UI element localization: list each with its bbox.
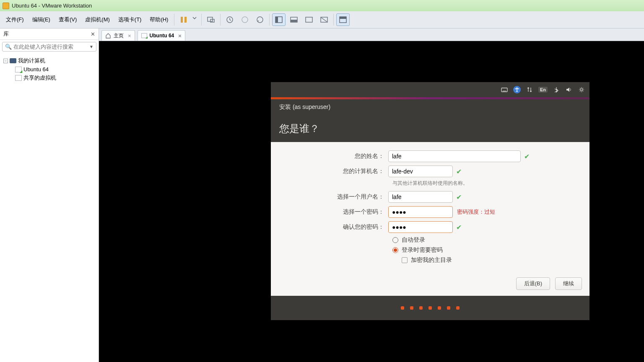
- radio-icon: [392, 237, 398, 243]
- menu-bar: 文件(F) 编辑(E) 查看(V) 虚拟机(M) 选项卡(T) 帮助(H): [0, 11, 644, 28]
- ubuntu-banner: 安装 (as superuser) 您是谁？: [271, 99, 589, 142]
- library-sidebar: 库 ✕ 🔍 ▼ − 我的计算机 Ubuntu 64 共享的虚拟机: [0, 28, 99, 362]
- separator: [333, 14, 334, 26]
- volume-icon[interactable]: [565, 86, 573, 93]
- svg-rect-0: [181, 17, 183, 23]
- tree-vm-item[interactable]: Ubuntu 64: [2, 65, 97, 73]
- tree-root-label: 我的计算机: [18, 57, 45, 65]
- menu-tabs[interactable]: 选项卡(T): [114, 13, 146, 26]
- tab-home-close[interactable]: ×: [128, 33, 131, 39]
- dot-icon: [447, 306, 450, 310]
- tab-home[interactable]: 主页 ×: [101, 30, 135, 41]
- radio-require-password[interactable]: 登录时需要密码: [392, 246, 581, 254]
- installer-title: 您是谁？: [279, 122, 581, 135]
- shared-vm-icon: [15, 75, 22, 81]
- radio-icon: [392, 247, 398, 253]
- snapshot-take-button[interactable]: [223, 13, 236, 26]
- host-hint: 与其他计算机联络时使用的名称。: [392, 180, 581, 187]
- radio-auto-label: 自动登录: [402, 236, 425, 244]
- separator: [174, 14, 174, 26]
- tree-root[interactable]: − 我的计算机: [2, 56, 97, 65]
- sidebar-header: 库 ✕: [0, 28, 99, 40]
- computer-icon: [10, 58, 16, 63]
- tree-vm-label: Ubuntu 64: [23, 66, 49, 72]
- keyboard-icon[interactable]: [501, 86, 508, 93]
- search-dropdown-icon[interactable]: ▼: [89, 44, 93, 49]
- tab-bar: 主页 × Ubuntu 64 ×: [99, 28, 644, 41]
- checkbox-icon: [402, 257, 408, 263]
- password-confirm-input[interactable]: [388, 221, 453, 233]
- tab-vm-label: Ubuntu 64: [150, 33, 174, 39]
- svg-point-19: [581, 89, 583, 91]
- search-input[interactable]: [13, 44, 89, 50]
- view-unity-button[interactable]: [317, 13, 331, 26]
- check-icon: ✔: [456, 168, 462, 176]
- dot-icon: [401, 306, 404, 310]
- app-icon: [3, 3, 9, 9]
- radio-req-label: 登录时需要密码: [402, 246, 443, 254]
- vm-icon: [15, 67, 22, 72]
- continue-button[interactable]: 继续: [555, 277, 582, 290]
- menu-edit[interactable]: 编辑(E): [28, 13, 55, 26]
- view-stretch-button[interactable]: [287, 13, 301, 26]
- snapshot-manage-button[interactable]: [253, 13, 267, 26]
- checkbox-encrypt-home[interactable]: 加密我的主目录: [402, 256, 581, 264]
- gear-icon[interactable]: [578, 86, 585, 93]
- separator: [201, 14, 202, 26]
- user-input[interactable]: [388, 191, 453, 203]
- menu-vm[interactable]: 虚拟机(M): [81, 13, 114, 26]
- sidebar-close-button[interactable]: ✕: [91, 31, 95, 37]
- svg-rect-16: [501, 88, 507, 92]
- svg-point-18: [516, 88, 517, 89]
- svg-rect-7: [275, 17, 278, 23]
- menu-file[interactable]: 文件(F): [2, 13, 28, 26]
- ubuntu-form: 您的姓名： ✔ 您的计算机名： ✔ 与其他计算机联络时使用的名称。 选择一个用户…: [271, 142, 589, 275]
- separator: [269, 14, 270, 26]
- window-title: Ubuntu 64 - VMware Workstation: [12, 3, 92, 9]
- check-icon: ✔: [456, 193, 462, 201]
- pause-dropdown[interactable]: [192, 13, 199, 26]
- password-strength-hint: 密码强度：过短: [457, 208, 495, 216]
- language-indicator[interactable]: En: [538, 87, 548, 93]
- password-input[interactable]: [388, 206, 453, 218]
- home-icon: [105, 33, 111, 39]
- accessibility-icon[interactable]: [513, 86, 521, 93]
- view-fullscreen-button[interactable]: [302, 13, 316, 26]
- pause-button[interactable]: [177, 13, 190, 26]
- name-label: 您的姓名：: [279, 153, 388, 160]
- ubuntu-system-tray: En: [271, 82, 589, 97]
- menu-view[interactable]: 查看(V): [55, 13, 81, 26]
- vm-display[interactable]: En 安装 (as superuser) 您是谁？ 您的姓名： ✔: [99, 41, 644, 362]
- back-button[interactable]: 后退(B): [516, 277, 550, 290]
- menu-help[interactable]: 帮助(H): [145, 13, 172, 26]
- svg-rect-1: [184, 17, 187, 23]
- send-ctrl-alt-del-button[interactable]: [204, 13, 218, 26]
- installer-subtitle: 安装 (as superuser): [279, 103, 581, 111]
- tree-shared-label: 共享的虚拟机: [23, 74, 56, 82]
- progress-dots: [271, 296, 589, 320]
- svg-line-13: [321, 18, 327, 22]
- tab-vm[interactable]: Ubuntu 64 ×: [138, 30, 185, 41]
- main-area: 主页 × Ubuntu 64 × En: [99, 28, 644, 362]
- host-input[interactable]: [388, 165, 453, 177]
- bluetooth-icon[interactable]: [553, 86, 560, 93]
- snapshot-revert-button[interactable]: [238, 13, 252, 26]
- button-row: 后退(B) 继续: [516, 277, 582, 290]
- tree-shared-item[interactable]: 共享的虚拟机: [2, 73, 97, 83]
- view-console-button[interactable]: [272, 13, 286, 26]
- dot-icon: [438, 306, 441, 310]
- name-input[interactable]: [388, 150, 521, 162]
- tab-vm-close[interactable]: ×: [178, 33, 182, 39]
- host-label: 您的计算机名：: [279, 168, 388, 175]
- ubuntu-installer-window: En 安装 (as superuser) 您是谁？ 您的姓名： ✔: [271, 82, 589, 320]
- tree-collapse-icon[interactable]: −: [3, 59, 8, 63]
- svg-rect-10: [291, 20, 297, 22]
- svg-point-5: [242, 17, 248, 23]
- view-library-button[interactable]: [336, 13, 350, 26]
- vm-icon: [141, 33, 147, 38]
- dot-icon: [410, 306, 413, 310]
- sidebar-search[interactable]: 🔍 ▼: [2, 42, 96, 52]
- sidebar-title: 库: [3, 30, 9, 38]
- radio-auto-login[interactable]: 自动登录: [392, 236, 581, 244]
- network-icon[interactable]: [526, 86, 533, 93]
